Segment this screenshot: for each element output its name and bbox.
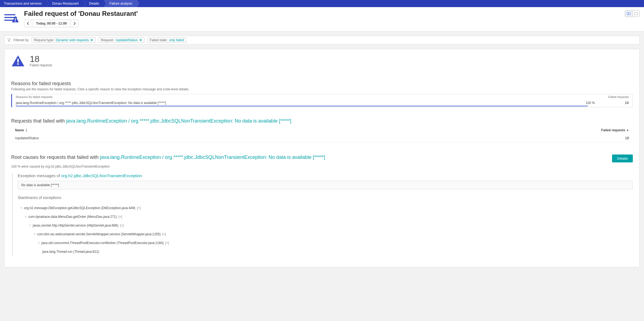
svg-rect-10 (17, 63, 19, 65)
reasons-subtitle: Following are the reasons for failed req… (11, 87, 633, 91)
expand-button[interactable]: [+] (137, 206, 141, 210)
stack-frame[interactable]: ▽ org.h2.message.DbException.getJdbcSQLE… (18, 204, 633, 212)
request-row[interactable]: /updatedStatus 18 (11, 134, 633, 142)
expand-button[interactable]: [+] (120, 224, 124, 227)
col-failed-label: Failed requests (601, 128, 625, 132)
stack-frame[interactable]: ▽ java.util.concurrent.ThreadPoolExecuto… (18, 239, 633, 247)
reason-percent: 100 % (586, 101, 599, 105)
chevron-down-icon: ▽ (29, 224, 31, 227)
chip-value: Dynamic web requests (56, 38, 89, 42)
stack-text: com.dynatrace.data.MenuDao.getOrder (Men… (28, 215, 117, 219)
sort-icon: ▲▼ (25, 128, 28, 132)
time-next-button[interactable] (71, 20, 78, 27)
stack-frame[interactable]: ▽ com.ibm.ws.webcontainer.servlet.Servle… (18, 230, 633, 239)
time-range-picker: Today, 00:00 - 11:09 (24, 20, 79, 27)
stack-text: java.lang.Thread.run (Thread.java:812) (42, 250, 99, 254)
stacktrace-title: Stacktraces of exceptions (18, 195, 633, 200)
chevron-left-icon (27, 22, 29, 25)
breadcrumb: Transactions and services Donau Restaura… (0, 0, 644, 7)
exception-title-prefix: Exception messages of (18, 173, 61, 178)
filter-chip-request[interactable]: Request: /updatedStatus ✕ (98, 37, 144, 43)
filter-chip-request-type[interactable]: Request type: Dynamic web requests ✕ (31, 37, 96, 43)
col-name-header[interactable]: Name ▲▼ (15, 128, 601, 132)
breadcrumb-failure[interactable]: Failure analysis (104, 0, 137, 7)
request-name: /updatedStatus (15, 136, 625, 140)
metric-label: Failed requests (30, 63, 52, 67)
requests-section: Requests that failed with java.lang.Runt… (11, 118, 633, 142)
col-name-label: Name (15, 128, 24, 132)
view-toggle-group (625, 10, 640, 17)
expand-button[interactable]: [+] (162, 232, 166, 236)
chevron-down-icon: ▽ (38, 242, 40, 244)
view-toggle-panel[interactable] (625, 11, 632, 17)
service-warning-icon (4, 13, 19, 24)
col-failed-header[interactable]: Failed requests ▼ (601, 128, 629, 132)
reasons-title: Reasons for failed requests (11, 81, 633, 87)
stack-frame[interactable]: java.lang.Thread.run (Thread.java:812) (18, 247, 633, 256)
rootcause-title: Root causes for requests that failed wit… (11, 154, 325, 160)
chip-label: Request type: (34, 38, 54, 42)
exception-title-link[interactable]: org.h2.jdbc.JdbcSQLNonTransientException (61, 173, 142, 178)
requests-grid-header: Name ▲▼ Failed requests ▼ (11, 127, 633, 134)
exception-message: No data is available [*****] (18, 181, 633, 189)
reason-bar (16, 106, 588, 106)
reasons-section: Reasons for failed requests Following ar… (11, 81, 633, 107)
page-title: Failed request of 'Donau Restaurant' (24, 10, 138, 17)
breadcrumb-donau[interactable]: Donau Restaurant (47, 0, 84, 7)
svg-rect-3 (15, 18, 16, 20)
expand-button[interactable]: [+] (118, 215, 122, 219)
rootcause-section: Root causes for requests that failed wit… (11, 154, 633, 256)
breadcrumb-transactions[interactable]: Transactions and services (1, 0, 47, 7)
stack-frame[interactable]: ▽ com.dynatrace.data.MenuDao.getOrder (M… (18, 212, 633, 221)
svg-rect-0 (4, 14, 15, 15)
svg-rect-2 (4, 20, 14, 21)
stack-text: java.util.concurrent.ThreadPoolExecutor.… (41, 241, 164, 245)
svg-rect-9 (17, 59, 19, 63)
breadcrumb-details[interactable]: Details (84, 0, 104, 7)
stack-frame[interactable]: ▽ javax.servlet.http.HttpServlet.service… (18, 221, 633, 230)
reasons-table: Reasons for failed requests Failed reque… (11, 94, 633, 107)
svg-rect-4 (15, 21, 16, 22)
rootcause-subtitle: 100 % were caused by org.h2.jdbc.JdbcSQL… (11, 165, 633, 168)
page-header: Failed request of 'Donau Restaurant' Tod… (0, 7, 644, 31)
chip-close-button[interactable]: ✕ (139, 38, 142, 42)
filter-label: Filtered by (13, 38, 29, 42)
rootcause-title-link[interactable]: java.lang.RuntimeException / org.*****.j… (100, 154, 325, 160)
chip-label: Failed state: (150, 38, 167, 42)
chevron-down-icon: ▽ (20, 207, 22, 209)
view-toggle-full[interactable] (632, 11, 639, 17)
filter-bar: Filtered by Request type: Dynamic web re… (4, 36, 640, 44)
exception-title: Exception messages of org.h2.jdbc.JdbcSQ… (18, 173, 633, 178)
expand-button[interactable]: [+] (165, 241, 169, 245)
reasons-header-col1: Reasons for failed requests (16, 95, 608, 99)
svg-rect-8 (634, 12, 638, 15)
sort-down-icon: ▼ (626, 129, 629, 132)
time-range-label[interactable]: Today, 00:00 - 11:09 (32, 20, 71, 27)
reasons-header-col2: Failed requests (608, 95, 629, 99)
chevron-down-icon: ▽ (34, 233, 35, 236)
stack-text: com.ibm.ws.webcontainer.servlet.ServletW… (37, 232, 161, 236)
requests-title-link[interactable]: java.lang.RuntimeException / org.*****.j… (66, 118, 291, 124)
metric-count: 18 (30, 55, 52, 63)
reason-count: 18 (604, 101, 629, 105)
warning-triangle-icon (11, 55, 25, 67)
filter-icon (7, 38, 11, 42)
filter-chip-failed-state[interactable]: Failed state: only failed (147, 37, 186, 43)
chip-value: /updatedStatus (116, 38, 138, 42)
failed-requests-metric: 18 Failed requests (11, 55, 633, 67)
reason-row[interactable]: java.lang.RuntimeException / org.*****.j… (12, 100, 633, 107)
chevron-right-icon (73, 22, 76, 25)
stack-text: javax.servlet.http.HttpServlet.service (… (33, 224, 118, 227)
chip-label: Request: (101, 38, 114, 42)
chevron-down-icon: ▽ (25, 215, 27, 218)
requests-title-prefix: Requests that failed with (11, 118, 66, 124)
main-card: 18 Failed requests Reasons for failed re… (4, 49, 640, 267)
chip-value: only failed (169, 38, 184, 42)
rootcause-title-prefix: Root causes for requests that failed wit… (11, 154, 100, 160)
chip-close-button[interactable]: ✕ (90, 38, 93, 42)
time-prev-button[interactable] (24, 20, 32, 27)
details-button[interactable]: Details (612, 154, 633, 162)
requests-title: Requests that failed with java.lang.Runt… (11, 118, 633, 124)
request-count: 18 (625, 136, 629, 140)
stack-text: org.h2.message.DbException.getJdbcSQLExc… (24, 206, 135, 210)
